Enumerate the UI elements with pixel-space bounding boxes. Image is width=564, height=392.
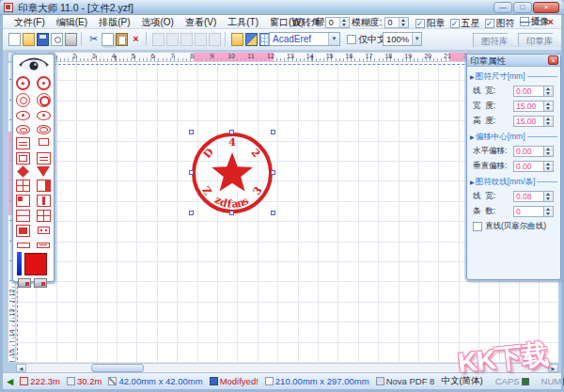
- spin-down-icon[interactable]: [544, 91, 553, 96]
- scroll-left-icon[interactable]: ◀: [16, 364, 26, 372]
- oval-ring-icon[interactable]: [16, 125, 30, 134]
- ring-rings-icon[interactable]: [37, 93, 51, 107]
- spin-down-icon[interactable]: [544, 196, 553, 201]
- square-square-icon[interactable]: [16, 152, 30, 165]
- checkbox-box[interactable]: [473, 222, 482, 231]
- checkbox-box[interactable]: ✓: [415, 19, 425, 28]
- field-spinner[interactable]: [544, 161, 554, 172]
- tab-symbol-library[interactable]: 图符库: [473, 33, 516, 47]
- spin-down-icon[interactable]: [544, 212, 553, 216]
- chevron-down-icon[interactable]: ▼: [412, 33, 421, 45]
- menu-item-3[interactable]: 选项(O): [135, 15, 179, 29]
- tab-stamp-library[interactable]: 印章库: [518, 33, 561, 47]
- close-button[interactable]: ×: [533, 2, 559, 13]
- font-select[interactable]: AcadEref ▼: [269, 32, 340, 46]
- checkbox-阳章[interactable]: ✓阳章: [415, 17, 446, 30]
- field-value-input[interactable]: 15.00: [513, 101, 544, 112]
- rect-wide-icon[interactable]: [17, 243, 30, 248]
- field-spinner[interactable]: [544, 116, 554, 127]
- align-left-icon[interactable]: [152, 33, 164, 46]
- open-icon[interactable]: [23, 33, 35, 46]
- oval-dot-icon[interactable]: [16, 111, 30, 120]
- rect-wide2-icon[interactable]: [37, 243, 50, 248]
- zoom-select[interactable]: 100% ▼: [383, 32, 422, 46]
- blue-color-bar[interactable]: [17, 252, 22, 275]
- circle-dot-icon[interactable]: [37, 76, 51, 90]
- rect-small-icon[interactable]: [39, 138, 49, 146]
- square-fill-icon[interactable]: [16, 225, 30, 237]
- selection-handle-sw[interactable]: [189, 211, 194, 215]
- field-spinner[interactable]: [544, 146, 554, 157]
- align-top-icon[interactable]: [195, 33, 207, 46]
- selection-handle-w[interactable]: [189, 170, 194, 175]
- selection-handle-e[interactable]: [271, 170, 275, 175]
- circle-star-icon[interactable]: [16, 76, 30, 90]
- menu-item-2[interactable]: 排版(P): [93, 15, 135, 29]
- selection-handle-s[interactable]: [229, 211, 234, 215]
- blur-spinner[interactable]: [399, 18, 408, 27]
- square-split-icon[interactable]: [16, 210, 30, 222]
- doc-close-button[interactable]: ×: [548, 16, 554, 27]
- field-spinner[interactable]: [544, 191, 554, 202]
- doc-restore-button[interactable]: □: [536, 16, 542, 27]
- menu-item-0[interactable]: 文件(F): [8, 15, 51, 29]
- square-half-icon[interactable]: [37, 180, 51, 192]
- preview-icon[interactable]: [51, 33, 63, 46]
- rotate-angle-spinner[interactable]: [339, 18, 349, 27]
- selection-handle-nw[interactable]: [189, 130, 194, 134]
- field-spinner[interactable]: [544, 206, 554, 217]
- spin-down-icon[interactable]: [400, 23, 408, 27]
- menu-item-5[interactable]: 工具(T): [222, 15, 264, 29]
- delete-icon[interactable]: ×: [130, 33, 142, 46]
- import-icon[interactable]: [231, 33, 243, 46]
- checkbox-box[interactable]: ✓: [450, 19, 460, 28]
- doc-minimize-button[interactable]: —: [520, 16, 530, 27]
- oval-dot2-icon[interactable]: [37, 111, 51, 120]
- rect-dots-icon[interactable]: [38, 227, 50, 234]
- spin-down-icon[interactable]: [544, 166, 553, 171]
- minimize-button[interactable]: —: [494, 2, 512, 13]
- oval-ring2-icon[interactable]: [37, 125, 51, 134]
- panel-close-button[interactable]: ×: [548, 55, 558, 65]
- field-value-input[interactable]: 0.00: [513, 146, 544, 157]
- spin-down-icon[interactable]: [544, 106, 553, 111]
- selection-handle-n[interactable]: [229, 130, 234, 134]
- square-tl-icon[interactable]: [16, 195, 30, 207]
- stamp-object[interactable]: D42Zzdfans3: [185, 126, 279, 220]
- rect-lines-icon[interactable]: [16, 137, 30, 149]
- maximize-button[interactable]: □: [513, 2, 532, 13]
- square-cross-icon[interactable]: [16, 180, 30, 192]
- field-value-input[interactable]: 0: [513, 206, 544, 217]
- spin-down-icon[interactable]: [544, 151, 553, 156]
- checkbox-图符[interactable]: ✓图符: [485, 17, 515, 30]
- cut-icon[interactable]: ✂: [87, 33, 100, 46]
- align-right-icon[interactable]: [180, 33, 193, 46]
- only-chinese-checkbox[interactable]: 仅中文: [347, 33, 386, 46]
- square-cross2-icon[interactable]: [37, 210, 51, 222]
- align-bottom-icon[interactable]: [209, 33, 221, 46]
- paste-icon[interactable]: [116, 33, 128, 46]
- align-center-icon[interactable]: [166, 33, 179, 46]
- chevron-down-icon[interactable]: ▼: [328, 33, 339, 45]
- spin-down-icon[interactable]: [544, 121, 553, 126]
- selection-handle-ne[interactable]: [271, 130, 275, 134]
- fill-color-icon[interactable]: [245, 33, 258, 46]
- field-value-input[interactable]: 15.00: [513, 116, 544, 127]
- stamp-tool-icon[interactable]: [34, 278, 47, 288]
- menu-item-1[interactable]: 编辑(E): [51, 15, 93, 29]
- field-value-input[interactable]: 0.00: [513, 86, 544, 97]
- new-icon[interactable]: [8, 33, 21, 46]
- diamond-icon[interactable]: [17, 165, 29, 178]
- triangle-icon[interactable]: [37, 166, 50, 177]
- field-spinner[interactable]: [544, 101, 554, 112]
- field-value-input[interactable]: 0.08: [513, 191, 544, 202]
- print-icon[interactable]: [65, 33, 77, 46]
- square-lines-icon[interactable]: [37, 152, 51, 165]
- checkbox-五星[interactable]: ✓五星: [450, 17, 480, 30]
- blur-input[interactable]: 0: [384, 17, 409, 28]
- stamp-tool-icon[interactable]: [18, 278, 31, 288]
- field-value-input[interactable]: 0.00: [513, 161, 544, 172]
- checkbox-box[interactable]: ✓: [485, 19, 494, 28]
- red-color-swatch[interactable]: [24, 253, 47, 275]
- panel-title-bar[interactable]: 印章属性 ×: [467, 55, 560, 67]
